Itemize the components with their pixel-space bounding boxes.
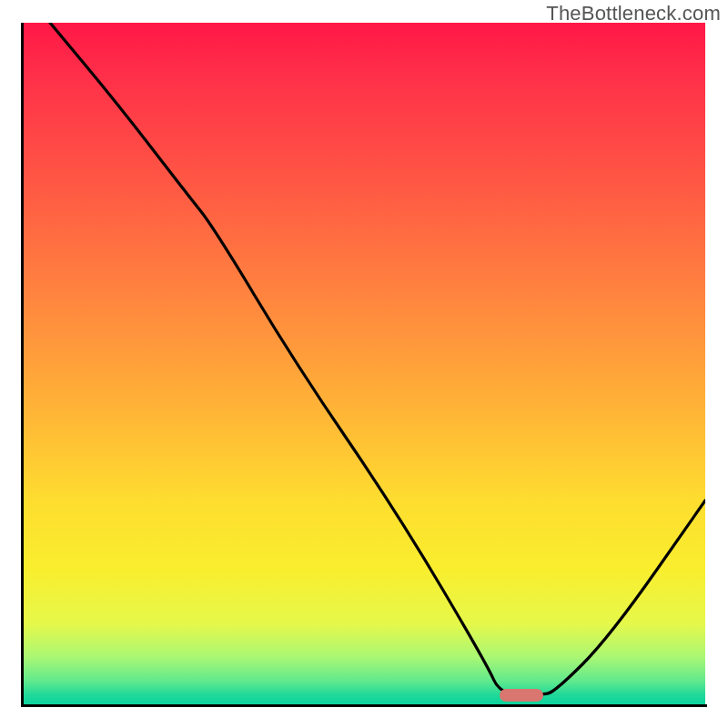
- plot-area: [23, 23, 705, 705]
- chart-canvas: TheBottleneck.com: [0, 0, 728, 728]
- bottleneck-curve: [23, 23, 705, 705]
- optimal-marker: [500, 689, 543, 702]
- x-axis: [21, 704, 707, 707]
- watermark-text: TheBottleneck.com: [546, 2, 721, 25]
- y-axis: [21, 23, 24, 707]
